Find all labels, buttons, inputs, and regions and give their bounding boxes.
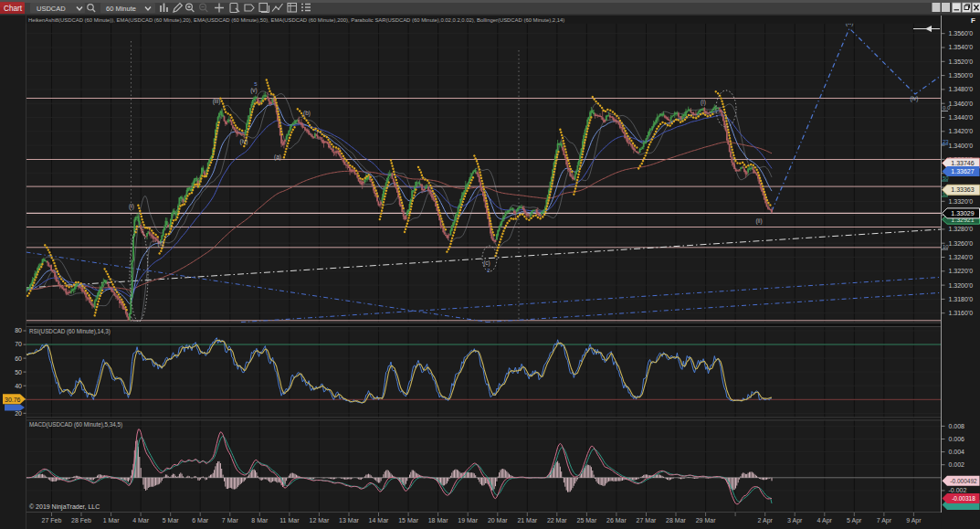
svg-text:1.3480'0: 1.3480'0 bbox=[949, 86, 974, 92]
svg-text:2 Apr: 2 Apr bbox=[758, 517, 774, 524]
svg-text:8 Mar: 8 Mar bbox=[251, 517, 269, 524]
svg-text:5 Apr: 5 Apr bbox=[847, 517, 862, 524]
svg-text:10: 10 bbox=[943, 244, 949, 249]
svg-text:3 Apr: 3 Apr bbox=[787, 517, 803, 524]
svg-text:1.33627: 1.33627 bbox=[951, 168, 974, 175]
svg-text:USDCAD: USDCAD bbox=[37, 5, 66, 13]
svg-text:14 Mar: 14 Mar bbox=[369, 517, 389, 524]
svg-text:(iii): (iii) bbox=[213, 98, 221, 105]
svg-text:-0.002: -0.002 bbox=[949, 487, 967, 493]
svg-text:1.3460'0: 1.3460'0 bbox=[949, 101, 974, 107]
svg-text:-0.000492: -0.000492 bbox=[950, 478, 977, 484]
svg-text:1.3320'0: 1.3320'0 bbox=[949, 198, 974, 205]
svg-text:9 Apr: 9 Apr bbox=[906, 517, 922, 524]
svg-text:0.002: 0.002 bbox=[949, 461, 965, 468]
svg-text:1.3200'0: 1.3200'0 bbox=[949, 282, 974, 289]
svg-text:0.0: 0.0 bbox=[943, 105, 951, 111]
svg-text:MACD(USDCAD (60 Minute),5,34,5: MACD(USDCAD (60 Minute),5,34,5) bbox=[29, 421, 122, 428]
svg-text:1 Mar: 1 Mar bbox=[103, 517, 121, 524]
svg-text:18 Mar: 18 Mar bbox=[428, 517, 448, 524]
svg-text:23: 23 bbox=[943, 139, 949, 144]
svg-text:0.008: 0.008 bbox=[949, 423, 965, 429]
svg-text:1.3160'0: 1.3160'0 bbox=[949, 310, 974, 316]
svg-text:(iv): (iv) bbox=[239, 138, 248, 145]
svg-text:1.33363: 1.33363 bbox=[951, 186, 974, 193]
svg-text:12 Mar: 12 Mar bbox=[310, 517, 330, 524]
svg-text:28 Mar: 28 Mar bbox=[666, 517, 686, 524]
svg-text:F: F bbox=[971, 16, 975, 25]
svg-text:(c): (c) bbox=[483, 259, 490, 267]
svg-text:4 Apr: 4 Apr bbox=[817, 517, 833, 524]
svg-text:1.33029: 1.33029 bbox=[951, 210, 974, 217]
svg-text:15 Mar: 15 Mar bbox=[398, 517, 418, 524]
svg-text:(v): (v) bbox=[250, 87, 258, 94]
svg-text:(ii): (ii) bbox=[157, 240, 163, 248]
svg-text:13 Mar: 13 Mar bbox=[339, 517, 359, 524]
svg-text:1.3500'0: 1.3500'0 bbox=[949, 72, 974, 79]
svg-text:(i): (i) bbox=[701, 99, 706, 106]
svg-text:27 Mar: 27 Mar bbox=[637, 517, 657, 524]
svg-text:-0.00318: -0.00318 bbox=[952, 495, 975, 502]
svg-text:20: 20 bbox=[15, 410, 22, 417]
svg-text:28 Feb: 28 Feb bbox=[71, 517, 91, 524]
svg-text:26 Mar: 26 Mar bbox=[606, 517, 627, 524]
svg-text:(iv): (iv) bbox=[910, 95, 918, 102]
svg-text:60: 60 bbox=[15, 355, 22, 362]
svg-text:0.006: 0.006 bbox=[949, 436, 965, 442]
svg-text:1.33746: 1.33746 bbox=[951, 160, 974, 166]
svg-text:60 Minute: 60 Minute bbox=[106, 5, 136, 13]
svg-text:1.3240'0: 1.3240'0 bbox=[949, 254, 974, 260]
svg-text:© 2019 NinjaTrader, LLC: © 2019 NinjaTrader, LLC bbox=[29, 503, 100, 511]
svg-text:4 Mar: 4 Mar bbox=[132, 517, 150, 524]
svg-text:6 Mar: 6 Mar bbox=[192, 517, 209, 524]
svg-text:21 Mar: 21 Mar bbox=[517, 517, 537, 524]
svg-text:Chart: Chart bbox=[4, 5, 23, 13]
svg-text:1.3560'0: 1.3560'0 bbox=[949, 30, 974, 37]
svg-text:25 Mar: 25 Mar bbox=[577, 517, 597, 524]
svg-text:(ii): (ii) bbox=[755, 217, 762, 225]
svg-text:(i): (i) bbox=[129, 203, 134, 210]
svg-text:1.3540'0: 1.3540'0 bbox=[949, 44, 974, 50]
svg-text:27 Feb: 27 Feb bbox=[42, 517, 62, 524]
svg-text:5 Mar: 5 Mar bbox=[163, 517, 180, 524]
svg-text:30.76: 30.76 bbox=[5, 397, 21, 403]
svg-text:1.3440'0: 1.3440'0 bbox=[949, 114, 974, 121]
svg-text:50: 50 bbox=[15, 369, 22, 376]
svg-text:19 Mar: 19 Mar bbox=[458, 517, 478, 524]
svg-text:(a): (a) bbox=[274, 153, 281, 161]
svg-text:1.3280'0: 1.3280'0 bbox=[949, 226, 974, 232]
svg-text:7 Mar: 7 Mar bbox=[222, 517, 239, 524]
svg-text:22 Mar: 22 Mar bbox=[547, 517, 567, 524]
svg-text:1.3400'0: 1.3400'0 bbox=[949, 143, 974, 149]
svg-text:29 Mar: 29 Mar bbox=[696, 517, 716, 524]
svg-text:HeikenAshi8(USDCAD (60 Minute): HeikenAshi8(USDCAD (60 Minute)), EMA(USD… bbox=[28, 17, 564, 23]
svg-text:1.3260'0: 1.3260'0 bbox=[949, 240, 974, 247]
svg-text:1.3420'0: 1.3420'0 bbox=[949, 128, 974, 134]
svg-text:1.3520'0: 1.3520'0 bbox=[949, 58, 974, 65]
svg-text:80: 80 bbox=[15, 327, 22, 333]
svg-text:20 Mar: 20 Mar bbox=[488, 517, 508, 524]
svg-text:1.3220'0: 1.3220'0 bbox=[949, 268, 974, 274]
svg-text:(b): (b) bbox=[303, 110, 311, 117]
svg-text:7 Apr: 7 Apr bbox=[877, 517, 892, 524]
svg-text:11 Mar: 11 Mar bbox=[279, 517, 300, 524]
svg-text:70: 70 bbox=[15, 341, 22, 347]
svg-text:RSI(USDCAD (60 Minute),14,3): RSI(USDCAD (60 Minute),14,3) bbox=[29, 328, 111, 335]
svg-text:1.3180'0: 1.3180'0 bbox=[949, 296, 974, 302]
svg-text:0.004: 0.004 bbox=[949, 449, 965, 455]
svg-text:40: 40 bbox=[15, 383, 22, 389]
